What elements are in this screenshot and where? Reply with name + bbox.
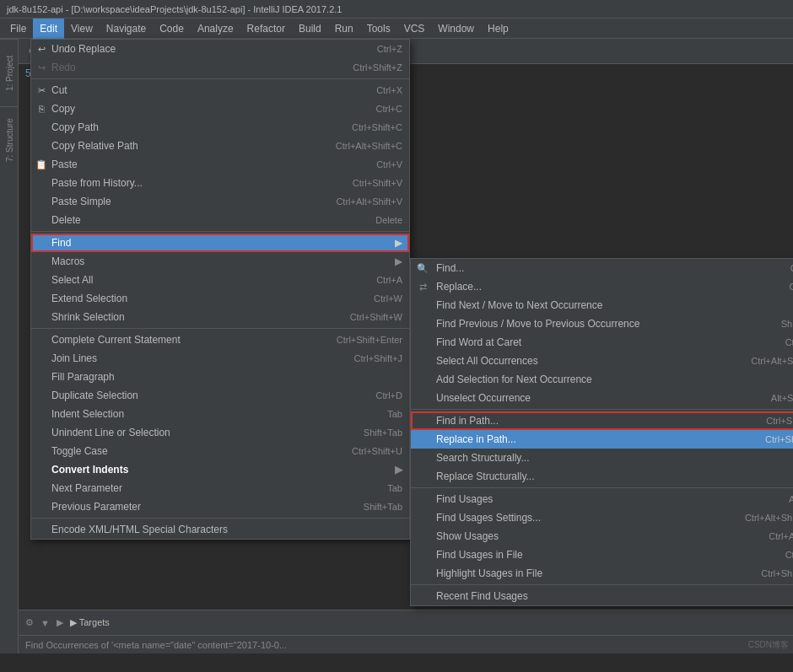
bottom-targets-label[interactable]: ▶ Targets (70, 617, 110, 628)
macros-submenu-arrow: ▶ (395, 255, 402, 267)
divider-2 (31, 231, 409, 232)
menu-tools[interactable]: Tools (360, 19, 397, 39)
menu-redo[interactable]: ↪ Redo Ctrl+Shift+Z (31, 58, 409, 77)
menu-fill-paragraph[interactable]: Fill Paragraph (31, 368, 409, 386)
cut-icon: ✂ (35, 83, 48, 97)
find-submenu-arrow: ▶ (395, 237, 402, 249)
menu-copy-relative-path[interactable]: Copy Relative Path Ctrl+Alt+Shift+C (31, 137, 409, 155)
menu-paste[interactable]: 📋 Paste Ctrl+V (31, 155, 409, 174)
menu-complete-statement[interactable]: Complete Current Statement Ctrl+Shift+En… (31, 331, 409, 349)
convert-submenu-arrow: ▶ (395, 464, 402, 476)
menu-indent-selection[interactable]: Indent Selection Tab (31, 405, 409, 423)
undo-icon: ↩ (35, 42, 48, 56)
menu-edit[interactable]: Edit (33, 19, 64, 39)
menu-refactor[interactable]: Refactor (240, 19, 292, 39)
bottom-play[interactable]: ▶ (57, 617, 63, 628)
menu-undo-replace[interactable]: ↩ Undo Replace Ctrl+Z (31, 40, 409, 58)
copy-icon: ⎘ (35, 102, 48, 116)
menu-extend-selection[interactable]: Extend Selection Ctrl+W (31, 289, 409, 308)
menu-run[interactable]: Run (328, 19, 360, 39)
menu-unindent-line[interactable]: Unindent Line or Selection Shift+Tab (31, 423, 409, 442)
status-text: Find Occurrences of '<meta name="date" c… (25, 640, 287, 650)
menu-join-lines[interactable]: Join Lines Ctrl+Shift+J (31, 349, 409, 368)
menu-delete[interactable]: Delete Delete (31, 211, 409, 229)
menu-shrink-selection[interactable]: Shrink Selection Ctrl+Shift+W (31, 308, 409, 326)
menu-bar: File Edit View Navigate Code Analyze Ref… (0, 19, 793, 39)
csdn-watermark: CSDN博客 (748, 639, 789, 651)
bottom-icon-1[interactable]: ⚙ (25, 617, 34, 628)
status-bar: Find Occurrences of '<meta name="date" c… (19, 635, 793, 653)
divider-4 (31, 518, 409, 519)
menu-select-all[interactable]: Select All Ctrl+A (31, 271, 409, 289)
menu-cut[interactable]: ✂ Cut Ctrl+X (31, 81, 409, 99)
divider-3 (31, 328, 409, 329)
bottom-panel: ⚙ ▼ ▶ ▶ Targets (19, 610, 793, 635)
left-sidebar: 1: Project 7: Structure (0, 39, 19, 653)
menu-encode-xml[interactable]: Encode XML/HTML Special Characters (31, 520, 409, 539)
menu-view[interactable]: View (64, 19, 100, 39)
menu-macros[interactable]: Macros ▶ (31, 252, 409, 271)
menu-file[interactable]: File (3, 19, 33, 39)
title-text: jdk-8u152-api - [D:\workspace\ideaProjec… (7, 4, 342, 14)
divider-1 (31, 78, 409, 79)
menu-help[interactable]: Help (481, 19, 515, 39)
sidebar-tab-structure[interactable]: 7: Structure (0, 106, 19, 174)
title-bar: jdk-8u152-api - [D:\workspace\ideaProjec… (0, 0, 793, 19)
menu-copy[interactable]: ⎘ Copy Ctrl+C (31, 99, 409, 118)
menu-code[interactable]: Code (153, 19, 191, 39)
edit-menu-dropdown: ↩ Undo Replace Ctrl+Z ↪ Redo Ctrl+Shift+… (30, 39, 410, 540)
menu-next-parameter[interactable]: Next Parameter Tab (31, 479, 409, 497)
menu-convert-indents[interactable]: Convert Indents ▶ (31, 460, 409, 479)
menu-window[interactable]: Window (431, 19, 481, 39)
menu-build[interactable]: Build (292, 19, 328, 39)
menu-paste-simple[interactable]: Paste Simple Ctrl+Alt+Shift+V (31, 192, 409, 211)
menu-toggle-case[interactable]: Toggle Case Ctrl+Shift+U (31, 442, 409, 460)
redo-icon: ↪ (35, 61, 48, 74)
bottom-icon-2[interactable]: ▼ (40, 618, 50, 628)
menu-duplicate-selection[interactable]: Duplicate Selection Ctrl+D (31, 386, 409, 405)
menu-vcs[interactable]: VCS (397, 19, 432, 39)
menu-find[interactable]: Find ▶ (31, 234, 409, 252)
menu-analyze[interactable]: Analyze (191, 19, 240, 39)
menu-previous-parameter[interactable]: Previous Parameter Shift+Tab (31, 497, 409, 516)
sidebar-tab-project[interactable]: 1: Project (0, 39, 19, 106)
menu-copy-path[interactable]: Copy Path Ctrl+Shift+C (31, 118, 409, 137)
menu-paste-history[interactable]: Paste from History... Ctrl+Shift+V (31, 174, 409, 192)
paste-icon: 📋 (35, 158, 48, 171)
menu-navigate[interactable]: Navigate (100, 19, 153, 39)
